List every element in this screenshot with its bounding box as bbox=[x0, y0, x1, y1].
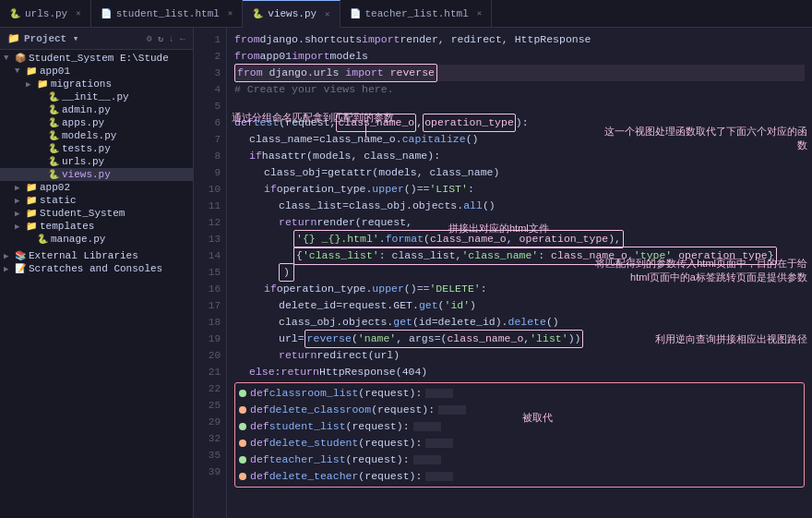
sidebar-item-init[interactable]: 🐍 __init__.py bbox=[0, 90, 193, 103]
code-line-2: from app01 import models bbox=[234, 48, 805, 65]
py-file-icon: 🐍 bbox=[48, 117, 59, 128]
sidebar-item-label: urls.py bbox=[62, 156, 104, 167]
tab-close-icon[interactable]: ✕ bbox=[228, 8, 233, 18]
expand-arrow: ▼ bbox=[15, 66, 26, 76]
tab-close-icon[interactable]: ✕ bbox=[76, 8, 80, 18]
code-line-29: def student_list(request): bbox=[239, 418, 800, 435]
py-file-icon: 🐍 bbox=[48, 104, 59, 115]
code-line-14: {'class_list': class_list,'class_name': … bbox=[234, 247, 805, 264]
tab-urls-py[interactable]: 🐍 urls.py ✕ bbox=[0, 0, 91, 28]
sidebar-item-app01[interactable]: ▼ 📁 app01 bbox=[0, 65, 193, 78]
expand-arrow: ▶ bbox=[4, 264, 15, 274]
folder-icon: 📁 bbox=[26, 195, 37, 206]
code-line-12: return render(request, bbox=[234, 214, 805, 231]
expand-arrow: ▶ bbox=[15, 196, 26, 206]
sidebar-header: 📁 Project ▾ ⚙ ↻ ↓ ← bbox=[0, 28, 193, 50]
sidebar-item-label: migrations bbox=[51, 78, 112, 90]
code-line-16: if operation_type.upper()=='DELETE': bbox=[234, 281, 805, 297]
code-line-20: return redirect(url) bbox=[234, 347, 805, 364]
html-file-icon: 📄 bbox=[101, 8, 112, 19]
code-line-15: ) bbox=[234, 264, 805, 281]
folder-icon: 📁 bbox=[26, 66, 37, 77]
code-line-19: url=reverse('name', args=(class_name_o,'… bbox=[234, 331, 805, 347]
py-file-icon: 🐍 bbox=[37, 234, 48, 245]
tab-label: views.py bbox=[268, 8, 316, 19]
sidebar-item-models[interactable]: 🐍 models.py bbox=[0, 129, 193, 142]
code-line-8: if hasattr(models, class_name): bbox=[234, 148, 805, 164]
code-line-3: from django.urls import reverse bbox=[234, 65, 805, 81]
sidebar-item-scratches[interactable]: ▶ 📝 Scratches and Consoles bbox=[0, 262, 193, 275]
tab-views-py[interactable]: 🐍 views.py ✕ bbox=[243, 0, 340, 28]
tab-close-icon[interactable]: ✕ bbox=[477, 8, 482, 18]
sidebar-item-label: views.py bbox=[62, 169, 111, 180]
code-line-25: def delete_classroom(request): bbox=[239, 402, 800, 418]
tab-close-icon[interactable]: ✕ bbox=[325, 9, 329, 19]
sidebar-item-static[interactable]: ▶ 📁 static bbox=[0, 194, 193, 207]
project-label: Project ▾ bbox=[24, 32, 78, 44]
expand-arrow: ▼ bbox=[4, 54, 15, 63]
expand-arrow: ▶ bbox=[15, 209, 26, 219]
code-line-18: class_obj.objects.get(id=delete_id).dele… bbox=[234, 314, 805, 331]
code-line-21: else: return HttpResponse(404) bbox=[234, 364, 805, 380]
sidebar-item-tests[interactable]: 🐍 tests.py bbox=[0, 142, 193, 155]
sidebar-item-label: static bbox=[40, 195, 77, 206]
tab-label: teacher_list.html bbox=[365, 8, 469, 19]
sidebar-item-label: External Libraries bbox=[29, 250, 138, 261]
tab-label: student_list.html bbox=[116, 8, 220, 19]
line-numbers: 1 2 3 4 5 6 7 8 9 10 11 12 13 14 15 16 1… bbox=[194, 28, 227, 518]
tab-label: urls.py bbox=[25, 8, 67, 19]
sidebar-item-apps[interactable]: 🐍 apps.py bbox=[0, 116, 193, 129]
project-folder-icon: 📦 bbox=[15, 53, 26, 64]
sidebar-item-label: app01 bbox=[40, 66, 70, 77]
code-line-17: delete_id=request.GET.get('id') bbox=[234, 297, 805, 314]
sidebar-item-label: admin.py bbox=[62, 104, 111, 115]
folder-icon: 📁 bbox=[26, 182, 37, 193]
tab-bar: 🐍 urls.py ✕ 📄 student_list.html ✕ 🐍 view… bbox=[0, 0, 812, 28]
sidebar-item-views[interactable]: 🐍 views.py bbox=[0, 168, 193, 181]
sidebar-item-app02[interactable]: ▶ 📁 app02 bbox=[0, 181, 193, 194]
expand-arrow: ▶ bbox=[4, 251, 15, 261]
tab-teacher-list-html[interactable]: 📄 teacher_list.html ✕ bbox=[340, 0, 493, 28]
code-line-39: def delete_teacher(request): bbox=[239, 468, 800, 485]
folder-icon: 📁 bbox=[26, 208, 37, 219]
html-file-icon: 📄 bbox=[350, 8, 361, 19]
code-line-32: def delete_student(request): bbox=[239, 435, 800, 452]
sidebar-item-urls[interactable]: 🐍 urls.py bbox=[0, 155, 193, 168]
code-area-wrapper: 1 2 3 4 5 6 7 8 9 10 11 12 13 14 15 16 1… bbox=[194, 28, 812, 518]
tab-student-list-html[interactable]: 📄 student_list.html ✕ bbox=[91, 0, 244, 28]
code-line-35: def teacher_list(request): bbox=[239, 452, 800, 468]
code-editor[interactable]: from django.shortcuts import render, red… bbox=[227, 28, 812, 518]
folder-icon: 📁 bbox=[7, 32, 20, 44]
code-line-5 bbox=[234, 98, 805, 114]
sidebar-item-label: app02 bbox=[40, 182, 70, 193]
expand-arrow: ▶ bbox=[15, 183, 26, 193]
folder-icon: 📁 bbox=[37, 78, 48, 90]
sidebar-item-admin[interactable]: 🐍 admin.py bbox=[0, 103, 193, 116]
sidebar-item-student-system-folder[interactable]: ▶ 📁 Student_System bbox=[0, 207, 193, 220]
py-file-icon: 🐍 bbox=[48, 91, 59, 102]
sidebar-item-label: manage.py bbox=[51, 234, 105, 245]
python-file-icon: 🐍 bbox=[9, 8, 20, 19]
python-file-icon: 🐍 bbox=[252, 8, 263, 19]
code-line-6: def test(request, class_name_o, operatio… bbox=[234, 114, 805, 131]
sidebar-item-external-libraries[interactable]: ▶ 📚 External Libraries bbox=[0, 249, 193, 262]
code-line-1: from django.shortcuts import render, red… bbox=[234, 31, 805, 48]
sidebar-item-label: Student_System E:\Stude bbox=[29, 53, 169, 64]
expand-arrow: ▶ bbox=[15, 222, 26, 232]
sidebar-item-manage[interactable]: 🐍 manage.py bbox=[0, 233, 193, 246]
sidebar: 📁 Project ▾ ⚙ ↻ ↓ ← ▼ 📦 Student_System E… bbox=[0, 28, 194, 518]
sidebar-item-label: templates bbox=[40, 221, 94, 232]
py-file-icon: 🐍 bbox=[48, 156, 59, 167]
py-file-icon: 🐍 bbox=[48, 143, 59, 154]
py-file-icon: 🐍 bbox=[48, 169, 59, 180]
library-icon: 📚 bbox=[15, 250, 26, 261]
sidebar-toolbar: ⚙ ↻ ↓ ← bbox=[147, 33, 185, 44]
code-line-7: class_name=class_name_o.capitalize() bbox=[234, 131, 805, 148]
expand-arrow: ▶ bbox=[26, 79, 37, 90]
sidebar-item-templates[interactable]: ▶ 📁 templates bbox=[0, 220, 193, 233]
sidebar-item-migrations[interactable]: ▶ 📁 migrations bbox=[0, 78, 193, 90]
code-line-11: class_list=class_obj.objects.all() bbox=[234, 198, 805, 214]
code-line-4: # Create your views here. bbox=[234, 81, 805, 98]
sidebar-item-label: Student_System bbox=[40, 208, 125, 219]
sidebar-item-student-system[interactable]: ▼ 📦 Student_System E:\Stude bbox=[0, 52, 193, 65]
